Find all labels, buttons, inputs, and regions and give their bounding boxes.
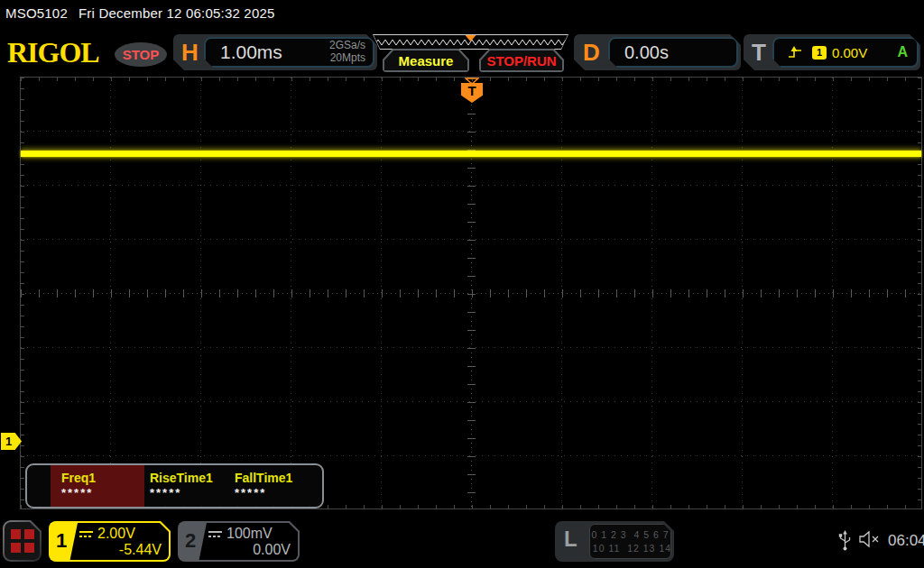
measurement-item-risetime1[interactable]: RiseTime1 ***** bbox=[144, 465, 229, 507]
logic-row2: 8 9 10 11 12 13 14 15 bbox=[573, 542, 687, 554]
trigger-box[interactable]: 1 0.00V A bbox=[772, 37, 919, 68]
measurement-label: RiseTime1 bbox=[150, 471, 229, 485]
logic-channel-numbers: 0 1 2 3 4 5 6 78 9 10 11 12 13 14 15 bbox=[589, 524, 671, 559]
delay-value: 0.00s bbox=[624, 42, 669, 63]
datetime: Fri December 12 06:05:32 2025 bbox=[79, 5, 275, 21]
timebase-box[interactable]: 1.00ms 2GSa/s20Mpts bbox=[204, 37, 374, 68]
logic-label: L bbox=[564, 527, 578, 552]
menu-grid-icon bbox=[5, 522, 40, 560]
run-state-badge: STOP bbox=[115, 42, 167, 67]
channel2-badge[interactable]: 2 100mV 0.00V bbox=[178, 521, 300, 562]
edge-ticks-left bbox=[21, 78, 24, 508]
channel1-badge[interactable]: 1 2.00V -5.44V bbox=[49, 521, 171, 562]
measurement-panel: Freq1 ***** RiseTime1 ***** FallTime1 **… bbox=[25, 463, 324, 508]
logic-channels-badge[interactable]: L 0 1 2 3 4 5 6 78 9 10 11 12 13 14 15 bbox=[555, 521, 674, 562]
clock[interactable]: 06:04 bbox=[888, 532, 924, 550]
graticule: T bbox=[20, 77, 922, 509]
trigger-position-marker[interactable]: T bbox=[461, 83, 483, 103]
memory-depth: 20Mpts bbox=[330, 51, 365, 64]
channel2-number: 2 bbox=[180, 523, 207, 560]
measurement-value: ***** bbox=[61, 486, 144, 499]
speaker-muted-icon[interactable] bbox=[858, 530, 883, 548]
delay-box[interactable]: 0.00s bbox=[608, 37, 738, 68]
channel1-ground-marker[interactable]: 1 bbox=[1, 433, 22, 450]
trigger-label: T bbox=[752, 37, 766, 68]
measurement-item-freq1[interactable]: Freq1 ***** bbox=[51, 465, 144, 507]
center-horizontal-ticks bbox=[21, 289, 921, 298]
trigger-settings-button[interactable]: T 1 0.00V A bbox=[744, 34, 920, 70]
trigger-level-value: 0.00V bbox=[832, 45, 867, 60]
edge-ticks-right bbox=[918, 78, 921, 508]
measure-button-label: Measure bbox=[384, 50, 467, 70]
rigol-logo: RIGOL bbox=[7, 36, 99, 69]
channel2-scale: 100mV bbox=[226, 526, 273, 542]
channel1-scale: 2.00V bbox=[97, 526, 135, 542]
measure-button[interactable]: Measure bbox=[383, 49, 469, 72]
model-name: MSO5102 bbox=[5, 5, 68, 21]
horizontal-label: H bbox=[181, 37, 199, 68]
horizontal-settings-button[interactable]: H 1.00ms 2GSa/s20Mpts bbox=[173, 34, 377, 70]
trigger-source-badge: 1 bbox=[812, 46, 827, 60]
channel1-trace bbox=[21, 151, 921, 157]
measurement-label: FallTime1 bbox=[235, 471, 314, 485]
main-menu-button[interactable] bbox=[3, 520, 42, 562]
trigger-slope-icon bbox=[787, 45, 803, 60]
dc-coupling-icon bbox=[79, 531, 93, 538]
acquisition-info: 2GSa/s20Mpts bbox=[329, 40, 365, 65]
trigger-sweep-mode: A bbox=[897, 44, 908, 60]
delay-label: D bbox=[583, 37, 600, 68]
measurement-value: ***** bbox=[150, 486, 229, 499]
waveform-preview-strip[interactable] bbox=[373, 34, 568, 50]
channel1-number: 1 bbox=[51, 523, 78, 560]
stop-run-button[interactable]: STOP/RUN bbox=[479, 49, 564, 72]
measurement-label: Freq1 bbox=[61, 471, 144, 485]
channel2-offset: 0.00V bbox=[208, 542, 291, 558]
measurement-value: ***** bbox=[235, 486, 314, 499]
sample-rate: 2GSa/s bbox=[329, 39, 365, 51]
usb-icon bbox=[838, 530, 852, 552]
measurement-item-falltime1[interactable]: FallTime1 ***** bbox=[229, 465, 314, 507]
titlebar: MSO5102Fri December 12 06:05:32 2025 bbox=[5, 5, 275, 21]
stop-run-button-label: STOP/RUN bbox=[481, 50, 562, 70]
logic-row1: 0 1 2 3 4 5 6 7 bbox=[591, 528, 669, 541]
channel1-offset: -5.44V bbox=[79, 542, 162, 558]
oscilloscope-screen: MSO5102Fri December 12 06:05:32 2025 RIG… bbox=[0, 0, 924, 568]
timebase-value: 1.00ms bbox=[220, 41, 282, 63]
delay-settings-button[interactable]: D 0.00s bbox=[574, 34, 741, 70]
dc-coupling-icon bbox=[208, 531, 222, 538]
